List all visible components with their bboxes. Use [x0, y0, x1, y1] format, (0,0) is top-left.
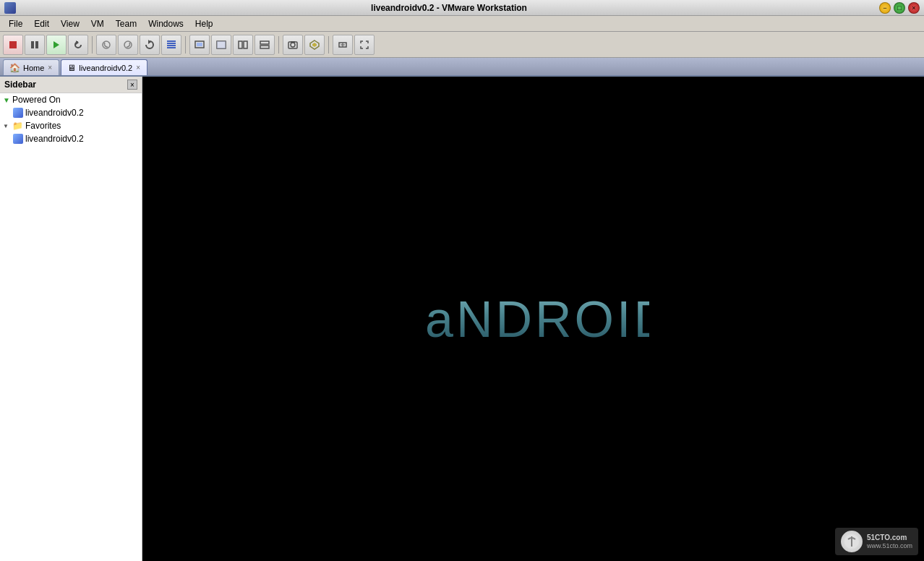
toolbar-separator-2 [185, 36, 186, 53]
menubar: File Edit View VM Team Windows Help [0, 16, 924, 32]
android-logo: aNDROID [418, 290, 649, 348]
powered-on-arrow: ▼ [3, 96, 10, 104]
display-split-button[interactable] [233, 35, 253, 55]
settings-button[interactable] [161, 35, 181, 55]
svg-rect-9 [167, 43, 176, 44]
menu-windows[interactable]: Windows [142, 17, 189, 30]
close-button[interactable]: × [908, 2, 920, 14]
watermark-icon [841, 531, 863, 552]
content-area: Sidebar × ▼ Powered On liveandroidv0.2 ▼… [0, 77, 924, 561]
svg-rect-2 [35, 41, 38, 48]
display-fullscreen-button[interactable] [211, 35, 231, 55]
send-keys-button[interactable] [333, 35, 353, 55]
svg-rect-17 [244, 41, 247, 48]
display-other-button[interactable] [254, 35, 275, 55]
tree-liveandroid-favorites[interactable]: liveandroidv0.2 [10, 132, 142, 145]
watermark-text: 51CTO.com www.51cto.com [867, 533, 912, 551]
svg-rect-1 [31, 41, 34, 48]
vm-icon-powered [13, 108, 23, 118]
menu-team[interactable]: Team [110, 17, 142, 30]
watermark: 51CTO.com www.51cto.com [835, 528, 918, 555]
nav-forward-button[interactable] [118, 35, 138, 55]
svg-marker-24 [312, 43, 317, 47]
screenshot-button[interactable] [354, 35, 375, 55]
android-logo-svg: aNDROID [418, 290, 649, 348]
power-stop-button[interactable] [3, 35, 23, 55]
tab-home-close[interactable]: × [47, 64, 53, 72]
svg-rect-18 [260, 41, 269, 44]
favorites-label: Favorites [25, 121, 61, 131]
minimize-button[interactable]: − [879, 2, 891, 14]
menu-view[interactable]: View [55, 17, 85, 30]
home-icon: 🏠 [9, 63, 20, 73]
maximize-button[interactable]: □ [894, 2, 905, 14]
svg-marker-4 [76, 40, 79, 45]
menu-vm[interactable]: VM [85, 17, 110, 30]
titlebar: liveandroidv0.2 - VMware Workstation − □… [0, 0, 924, 16]
favorites-folder-icon: 📁 [12, 121, 23, 131]
tree-liveandroid-favorites-label: liveandroidv0.2 [25, 134, 84, 144]
window-title: liveandroidv0.2 - VMware Workstation [19, 3, 879, 13]
svg-marker-7 [148, 40, 151, 44]
app-icon [4, 2, 16, 14]
tree-favorites[interactable]: ▼ 📁 Favorites [0, 119, 142, 132]
window-controls: − □ × [879, 2, 920, 14]
manage-snapshots-button[interactable] [304, 35, 325, 55]
menu-file[interactable]: File [3, 17, 28, 30]
tree-powered-on[interactable]: ▼ Powered On [0, 93, 142, 106]
sidebar-title: Sidebar [4, 80, 36, 90]
svg-marker-3 [54, 41, 59, 48]
snapshot-button[interactable] [283, 35, 303, 55]
toolbar-separator-4 [328, 36, 329, 53]
display-normal-button[interactable] [189, 35, 210, 55]
sidebar-header: Sidebar × [0, 77, 142, 93]
svg-rect-11 [167, 47, 176, 48]
svg-point-21 [291, 43, 295, 47]
powered-on-label: Powered On [12, 95, 61, 105]
vm-icon-favorites [13, 134, 23, 144]
toolbar-separator-1 [92, 36, 93, 53]
sidebar-panel: Sidebar × ▼ Powered On liveandroidv0.2 ▼… [0, 77, 142, 561]
favorites-arrow: ▼ [3, 123, 10, 129]
tab-liveandroid-label: liveandroidv0.2 [79, 64, 132, 72]
tabbar: 🏠 Home × 🖥 liveandroidv0.2 × [0, 58, 924, 77]
tab-liveandroid-close[interactable]: × [135, 64, 141, 72]
power-pause-button[interactable] [25, 35, 45, 55]
vm-tab-icon: 🖥 [67, 63, 76, 73]
svg-rect-13 [197, 43, 202, 46]
svg-rect-22 [291, 41, 295, 43]
nav-refresh-button[interactable] [140, 35, 160, 55]
svg-rect-8 [167, 40, 176, 42]
tree-liveandroid-powered[interactable]: liveandroidv0.2 [10, 106, 142, 119]
svg-rect-0 [9, 41, 17, 48]
tab-home[interactable]: 🏠 Home × [3, 59, 59, 75]
vm-display-panel[interactable]: aNDROID 51CTO.com www.51cto.com [142, 77, 924, 561]
svg-rect-19 [260, 46, 269, 48]
watermark-site: 51CTO.com [867, 533, 912, 542]
revert-button[interactable] [68, 35, 88, 55]
svg-rect-15 [217, 41, 226, 48]
sidebar-close-button[interactable]: × [127, 80, 137, 90]
menu-edit[interactable]: Edit [28, 17, 55, 30]
tab-liveandroid[interactable]: 🖥 liveandroidv0.2 × [61, 59, 147, 75]
toolbar [0, 32, 924, 58]
toolbar-separator-3 [278, 36, 279, 53]
svg-rect-10 [167, 45, 176, 46]
power-start-button[interactable] [46, 35, 67, 55]
svg-rect-16 [239, 41, 242, 48]
tab-home-label: Home [23, 64, 44, 72]
watermark-url: www.51cto.com [867, 542, 912, 551]
tree-liveandroid-powered-label: liveandroidv0.2 [25, 108, 84, 118]
menu-help[interactable]: Help [189, 17, 219, 30]
svg-text:aNDROID: aNDROID [425, 291, 649, 348]
nav-back-button[interactable] [96, 35, 116, 55]
